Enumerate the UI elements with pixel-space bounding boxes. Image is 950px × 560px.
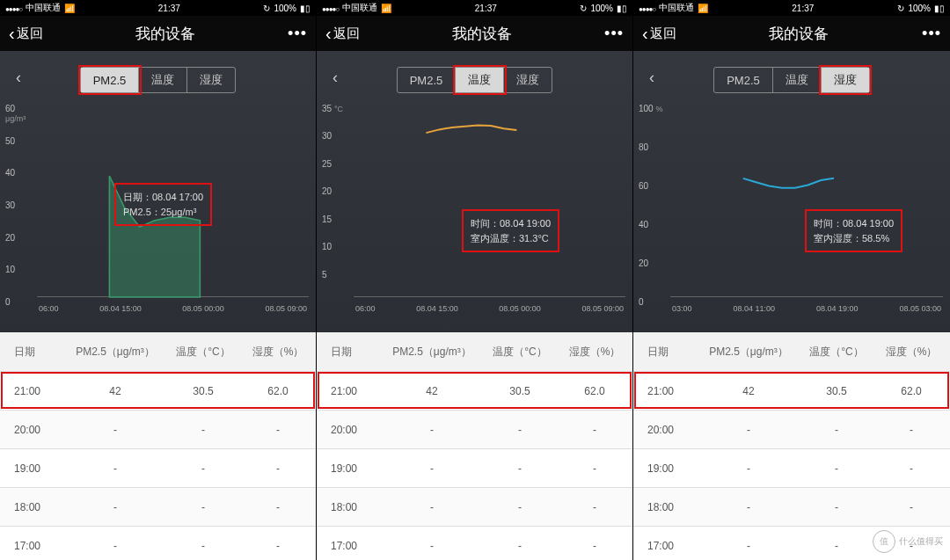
tooltip-line-2: 室内湿度：58.5% xyxy=(814,231,894,246)
table-row[interactable]: 21:004230.562.0 xyxy=(0,371,316,410)
loading-icon: ↻ xyxy=(897,4,904,13)
tooltip-line-2: PM2.5：25μg/m³ xyxy=(123,205,203,220)
td-humid: - xyxy=(876,462,946,475)
table-row[interactable]: 21:004230.562.0 xyxy=(317,371,632,410)
tooltip-line-1: 时间：08.04 19:00 xyxy=(471,216,551,231)
segmented-control: PM2.5温度湿度 xyxy=(397,67,553,93)
table-row[interactable]: 20:00--- xyxy=(0,410,316,448)
table-header: 日期PM2.5（μg/m³）温度（°C）湿度（%） xyxy=(0,332,316,371)
chart-svg xyxy=(670,105,943,297)
tab-pm25[interactable]: PM2.5 xyxy=(398,68,457,92)
more-button[interactable]: ••• xyxy=(604,25,624,43)
td-temp: - xyxy=(797,424,876,436)
table-row[interactable]: 18:00--- xyxy=(633,487,950,526)
table-row[interactable]: 20:00--- xyxy=(633,410,950,448)
td-temp: - xyxy=(480,462,559,475)
tab-temp[interactable]: 温度 xyxy=(773,68,822,92)
tab-pm25[interactable]: PM2.5 xyxy=(81,68,140,92)
table-row[interactable]: 20:00--- xyxy=(317,410,632,448)
battery-icon: ▮▯ xyxy=(934,4,945,13)
td-time: 18:00 xyxy=(639,501,700,513)
data-table[interactable]: 日期PM2.5（μg/m³）温度（°C）湿度（%）21:004230.562.0… xyxy=(0,332,316,560)
table-row[interactable]: 21:004230.562.0 xyxy=(633,371,950,410)
td-time: 19:00 xyxy=(639,462,700,475)
tab-pm25[interactable]: PM2.5 xyxy=(714,68,773,92)
table-row[interactable]: 19:00--- xyxy=(317,448,632,487)
td-humid: - xyxy=(876,424,946,436)
tab-humid[interactable]: 湿度 xyxy=(504,68,552,92)
td-temp: - xyxy=(480,540,559,552)
y-axis: 100 %806040200 xyxy=(639,104,669,297)
td-pm25: - xyxy=(700,424,797,436)
td-pm25: - xyxy=(384,501,480,513)
status-time: 21:37 xyxy=(158,4,180,13)
th-humid: 湿度（%） xyxy=(559,345,630,360)
y-unit: % xyxy=(655,105,662,113)
td-time: 17:00 xyxy=(639,540,700,552)
more-button[interactable]: ••• xyxy=(288,25,307,43)
chevron-left-icon[interactable]: ‹ xyxy=(332,69,338,87)
table-row[interactable]: 17:00--- xyxy=(0,526,316,560)
table-header: 日期PM2.5（μg/m³）温度（°C）湿度（%） xyxy=(317,332,632,371)
td-humid: - xyxy=(243,424,313,436)
td-humid: - xyxy=(559,501,630,513)
td-pm25: 42 xyxy=(700,385,797,397)
chart-svg xyxy=(354,105,625,297)
segmented-control: PM2.5温度湿度 xyxy=(80,67,237,93)
back-button[interactable]: ‹返回 xyxy=(325,24,360,44)
status-bar: 中国联通📶21:37↻100%▮▯ xyxy=(317,0,632,16)
chart-area: ‹PM2.5温度湿度100 %80604020003:0008.04 11:00… xyxy=(633,51,950,332)
wifi-icon: 📶 xyxy=(698,4,708,13)
data-table[interactable]: 日期PM2.5（μg/m³）温度（°C）湿度（%）21:004230.562.0… xyxy=(633,332,950,560)
data-table[interactable]: 日期PM2.5（μg/m³）温度（°C）湿度（%）21:004230.562.0… xyxy=(317,332,632,560)
carrier-label: 中国联通 xyxy=(26,2,61,14)
chevron-left-icon: ‹ xyxy=(9,24,15,44)
table-row[interactable]: 19:00--- xyxy=(0,448,316,487)
x-tick: 08.04 19:00 xyxy=(816,304,859,313)
tab-temp[interactable]: 温度 xyxy=(139,68,187,92)
plot-area[interactable]: 03:0008.04 11:0008.04 19:0008.05 03:00 xyxy=(670,105,943,297)
back-button[interactable]: ‹返回 xyxy=(9,24,43,44)
tab-humid[interactable]: 湿度 xyxy=(187,68,235,92)
battery-icon: ▮▯ xyxy=(617,4,627,13)
more-button[interactable]: ••• xyxy=(922,25,941,43)
x-tick: 08.05 09:00 xyxy=(581,304,624,313)
td-pm25: - xyxy=(67,424,164,436)
carrier-label: 中国联通 xyxy=(342,2,377,14)
segmented-control: PM2.5温度湿度 xyxy=(713,67,870,93)
td-time: 17:00 xyxy=(5,540,67,552)
back-label: 返回 xyxy=(17,25,43,42)
td-temp: 30.5 xyxy=(797,385,876,397)
th-date: 日期 xyxy=(639,345,700,360)
table-row[interactable]: 18:00--- xyxy=(0,487,316,526)
chevron-left-icon[interactable]: ‹ xyxy=(649,69,654,87)
td-time: 21:00 xyxy=(5,385,67,397)
back-button[interactable]: ‹返回 xyxy=(642,24,676,44)
tooltip-line-2: 室内温度：31.3°C xyxy=(471,231,551,246)
table-row[interactable]: 17:00--- xyxy=(317,526,632,560)
td-humid: 62.0 xyxy=(559,385,630,397)
td-time: 17:00 xyxy=(322,540,384,552)
td-pm25: - xyxy=(700,462,797,475)
page-title: 我的设备 xyxy=(135,24,195,44)
td-pm25: - xyxy=(384,424,480,436)
chevron-left-icon[interactable]: ‹ xyxy=(16,69,21,87)
back-label: 返回 xyxy=(650,25,676,42)
wifi-icon: 📶 xyxy=(381,4,391,13)
td-pm25: - xyxy=(67,540,164,552)
tab-row: ‹PM2.5温度湿度 xyxy=(325,67,624,93)
tab-humid[interactable]: 湿度 xyxy=(822,68,869,92)
td-temp: - xyxy=(164,501,243,513)
tooltip-line-1: 日期：08.04 17:00 xyxy=(123,190,203,205)
phone-screen: 中国联通📶21:37↻100%▮▯‹返回我的设备•••‹PM2.5温度湿度35 … xyxy=(317,0,633,560)
chevron-left-icon: ‹ xyxy=(325,24,332,44)
status-time: 21:37 xyxy=(475,4,497,13)
tab-temp[interactable]: 温度 xyxy=(456,68,504,92)
table-row[interactable]: 18:00--- xyxy=(317,487,632,526)
td-time: 18:00 xyxy=(322,501,384,513)
table-row[interactable]: 17:00--- xyxy=(633,526,950,560)
table-row[interactable]: 19:00--- xyxy=(633,448,950,487)
plot-area[interactable]: 06:0008.04 15:0008.05 00:0008.05 09:00 xyxy=(354,105,625,297)
td-time: 21:00 xyxy=(639,385,700,397)
td-temp: 30.5 xyxy=(164,385,243,397)
